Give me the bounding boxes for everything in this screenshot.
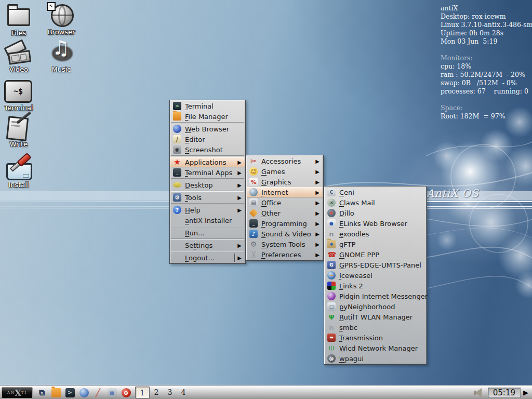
menu-item-programming[interactable]: Programming▶ bbox=[247, 218, 323, 229]
term2-icon bbox=[249, 219, 258, 228]
menu-item-system-tools[interactable]: System Tools▶ bbox=[247, 239, 323, 249]
mount-tool-launcher[interactable] bbox=[105, 387, 119, 398]
terminal-launcher[interactable] bbox=[63, 387, 77, 398]
menu-item-ceni[interactable]: Ceni bbox=[325, 187, 426, 197]
wrench-icon bbox=[94, 388, 103, 397]
menu-item-label: Accessories bbox=[261, 157, 301, 165]
menu-item-settings[interactable]: Settings▶ bbox=[170, 240, 245, 250]
menu-item-divider bbox=[234, 254, 235, 262]
desktop-icon-write[interactable]: Write bbox=[1, 114, 36, 148]
foldertb-icon bbox=[51, 388, 61, 397]
volume-icon[interactable] bbox=[472, 388, 485, 398]
menu-item-applications[interactable]: Applications▶ bbox=[170, 157, 245, 167]
control-centre-launcher[interactable] bbox=[91, 387, 105, 398]
conky-line: Space: bbox=[441, 104, 532, 112]
menu-item-smbc[interactable]: smbc bbox=[325, 322, 426, 332]
menu-item-links-2[interactable]: Links 2 bbox=[325, 281, 426, 291]
no-icon bbox=[173, 254, 181, 262]
exood-icon bbox=[327, 230, 336, 238]
menu-item-transmission[interactable]: Transmission bbox=[325, 332, 426, 343]
tools-icon bbox=[173, 193, 181, 202]
desktop-icon-video[interactable]: Video bbox=[1, 39, 36, 73]
rutilt-icon bbox=[327, 313, 336, 321]
workspace-button-2[interactable]: 2 bbox=[150, 387, 163, 397]
menu-item-logout[interactable]: Logout...▶ bbox=[170, 252, 245, 263]
desktop-icon-browser[interactable]: ↖ Browser bbox=[44, 2, 79, 36]
menu-item-label: Dillo bbox=[339, 209, 354, 217]
no-icon bbox=[173, 241, 181, 249]
menu-item-antix-installer[interactable]: antiX Installer bbox=[170, 215, 245, 225]
camera-icon bbox=[173, 145, 181, 154]
menu-separator bbox=[171, 226, 244, 227]
menu-item-pyneighborhood[interactable]: pyNeighborhood bbox=[325, 301, 426, 312]
submenu-arrow-icon: ▶ bbox=[315, 221, 320, 227]
menu-item-graphics[interactable]: Graphics▶ bbox=[247, 177, 323, 187]
help-icon bbox=[173, 206, 181, 214]
menu-item-accessories[interactable]: Accessories▶ bbox=[247, 156, 323, 166]
menu-item-wicd-network-manager[interactable]: Wicd Network Manager bbox=[325, 343, 426, 353]
menu-item-office[interactable]: Office▶ bbox=[247, 197, 323, 208]
menu-item-preferences[interactable]: Preferences▶ bbox=[247, 249, 323, 260]
workspace-button-3[interactable]: 3 bbox=[163, 387, 177, 397]
file-manager-launcher[interactable] bbox=[49, 387, 63, 398]
taskbar-expand-arrow[interactable]: ▶ bbox=[523, 389, 528, 396]
workspace-button-4[interactable]: 4 bbox=[177, 387, 190, 397]
menu-item-claws-mail[interactable]: Claws Mail bbox=[325, 197, 426, 208]
menu-item-rutilt-wlan-manager[interactable]: RutilT WLAN Manager bbox=[325, 312, 426, 322]
workspace-button-1[interactable]: 1 bbox=[135, 387, 150, 398]
termtb-icon bbox=[65, 388, 75, 397]
conky-line: Root: 182M = 97% bbox=[441, 112, 532, 121]
dillo-icon bbox=[327, 209, 336, 217]
menu-item-terminal[interactable]: Terminal bbox=[170, 101, 245, 111]
other-icon bbox=[249, 209, 258, 217]
sound-icon bbox=[249, 230, 258, 238]
globeblue-icon bbox=[173, 125, 181, 133]
menu-separator bbox=[171, 203, 244, 204]
menu-item-gftp[interactable]: gFTP bbox=[325, 239, 426, 249]
antix-menu-button[interactable]: ANXTI bbox=[2, 387, 33, 398]
menu-item-exoodles[interactable]: exoodles bbox=[325, 229, 426, 239]
graphics-icon bbox=[249, 178, 258, 186]
menu-item-label: Iceweasel bbox=[339, 272, 373, 280]
desktop-icon-label: Music bbox=[44, 65, 79, 73]
smbc-icon bbox=[327, 323, 336, 331]
menu-item-gprs-edge-umts-panel[interactable]: GPRS-EDGE-UMTS-Panel bbox=[325, 260, 426, 270]
menu-item-other[interactable]: Other▶ bbox=[247, 208, 323, 218]
submenu-arrow-icon: ▶ bbox=[315, 179, 320, 185]
desktop-icon-terminal[interactable]: ~$ Terminal bbox=[0, 78, 37, 112]
submenu-arrow-icon: ▶ bbox=[237, 195, 242, 201]
menu-item-wpagui[interactable]: wpagui bbox=[325, 353, 426, 364]
menu-item-editor[interactable]: Editor bbox=[170, 134, 245, 144]
menu-item-internet[interactable]: Internet▶ bbox=[247, 187, 323, 197]
menu-item-web-browser[interactable]: Web Browser bbox=[170, 124, 245, 134]
window-list-button[interactable] bbox=[35, 387, 49, 398]
menu-item-elinks-web-browser[interactable]: ELinks Web Browser bbox=[325, 218, 426, 229]
menu-item-help[interactable]: Help▶ bbox=[170, 205, 245, 215]
menu-item-dillo[interactable]: Dillo bbox=[325, 208, 426, 218]
desktop-icon-files[interactable]: Files bbox=[1, 3, 36, 37]
conky-line bbox=[441, 96, 532, 104]
no-icon bbox=[173, 216, 181, 224]
desktop-icon-music[interactable]: ♫ Music bbox=[44, 39, 79, 73]
menu-item-sound-video[interactable]: Sound & Video▶ bbox=[247, 229, 323, 239]
menu-item-desktop[interactable]: Desktop▶ bbox=[170, 180, 245, 190]
menu-item-terminal-apps[interactable]: Terminal Apps▶ bbox=[170, 167, 245, 178]
menu-item-tools[interactable]: Tools▶ bbox=[170, 192, 245, 203]
menu-item-screenshot[interactable]: Screenshot bbox=[170, 144, 245, 155]
web-browser-launcher[interactable] bbox=[77, 387, 91, 398]
menu-item-run[interactable]: Run... bbox=[170, 228, 245, 238]
conky-system-monitor: antiXDesktop: rox-icewmLinux 3.7.10-anti… bbox=[441, 4, 532, 121]
menu-item-label: Wicd Network Manager bbox=[339, 344, 418, 352]
menu-item-label: Desktop bbox=[185, 181, 213, 189]
menu-item-gnome-ppp[interactable]: GNOME PPP bbox=[325, 249, 426, 260]
menu-separator bbox=[171, 191, 244, 192]
menu-item-games[interactable]: Games▶ bbox=[247, 166, 323, 177]
menu-item-file-manager[interactable]: File Manager bbox=[170, 111, 245, 122]
menu-item-pidgin-internet-messenger[interactable]: Pidgin Internet Messenger bbox=[325, 291, 426, 301]
menu-item-iceweasel[interactable]: Iceweasel bbox=[325, 270, 426, 281]
menu-item-label: Terminal bbox=[185, 102, 214, 110]
menu-item-label: Other bbox=[261, 209, 281, 217]
submenu-arrow-icon: ▶ bbox=[315, 242, 320, 247]
desktop-icon-install[interactable]: Install bbox=[1, 155, 36, 189]
logout-launcher[interactable] bbox=[119, 387, 133, 398]
